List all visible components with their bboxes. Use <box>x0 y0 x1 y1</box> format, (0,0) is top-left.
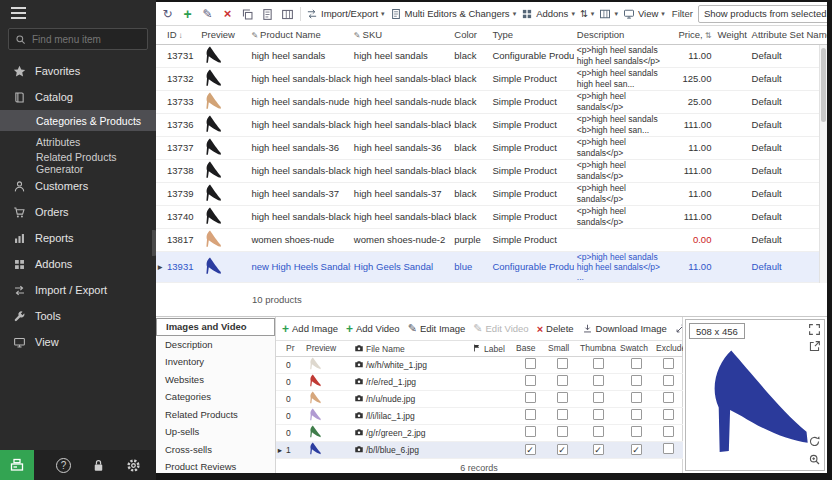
tab-related-products[interactable]: Related Products <box>156 406 275 424</box>
open-external-button[interactable] <box>808 340 821 353</box>
tab-categories[interactable]: Categories <box>156 388 275 406</box>
table-row[interactable]: 13736 high heel sandals-black-36 high he… <box>156 113 827 136</box>
columns-button[interactable] <box>280 6 295 20</box>
small-checkbox[interactable] <box>557 375 568 386</box>
table-row[interactable]: 13740 high heel sandals-black-38 high he… <box>156 205 827 228</box>
import-export-dropdown[interactable]: Import/Export ▾ <box>306 8 385 20</box>
list-item[interactable]: 0 /n/u/nude.jpg <box>276 390 683 407</box>
swatch-checkbox[interactable]: ✓ <box>631 444 642 455</box>
table-row[interactable]: 13737 high heel sandals-36 high heel san… <box>156 136 827 159</box>
exclude-checkbox[interactable] <box>663 358 674 369</box>
list-item[interactable]: 0 /r/e/red_1.jpg <box>276 373 683 390</box>
table-row[interactable]: 13731 high heel sandals high heel sandal… <box>156 44 827 67</box>
download-image-button[interactable]: Download Image <box>582 323 667 334</box>
sidebar-item-orders[interactable]: Orders <box>0 199 156 225</box>
column-header-exclude[interactable]: Exclude <box>654 341 683 356</box>
table-row[interactable]: 13739 high heel sandals-37 high heel san… <box>156 182 827 205</box>
thumbnail-checkbox[interactable] <box>593 358 604 369</box>
view-dropdown[interactable]: View ▾ <box>623 8 665 20</box>
addons-dropdown[interactable]: Addons ▾ <box>521 8 575 20</box>
column-header-preview[interactable]: Preview <box>198 26 248 44</box>
tab-websites[interactable]: Websites <box>156 371 275 389</box>
small-checkbox[interactable] <box>557 358 568 369</box>
base-checkbox[interactable]: ✓ <box>525 444 536 455</box>
set-resize-rule-button[interactable]: Set Resize Rule <box>675 323 682 334</box>
tab-up-sells[interactable]: Up-sells <box>156 423 275 441</box>
sidebar-search[interactable] <box>8 28 148 50</box>
table-row-selected[interactable]: ▸ 13931 new High Heels Sandals High Geel… <box>156 251 827 283</box>
column-header-sku[interactable]: ✎SKU <box>351 26 451 44</box>
copy-button[interactable] <box>240 6 255 20</box>
search-input[interactable] <box>32 34 141 45</box>
swatch-checkbox[interactable] <box>631 358 642 369</box>
sidebar-item-favorites[interactable]: Favorites <box>0 58 156 84</box>
paste-button[interactable] <box>260 6 275 20</box>
column-header-color[interactable]: Color <box>451 26 489 44</box>
list-item-selected[interactable]: ▸ 1 /b/l/blue_6.jpg ✓ ✓ ✓ ✓ <box>276 441 683 458</box>
thumbnail-checkbox[interactable] <box>593 392 604 403</box>
column-header-price[interactable]: Price,⇅ <box>672 26 714 44</box>
small-checkbox[interactable] <box>557 426 568 437</box>
table-row[interactable]: 13732 high heel sandals-black high heel … <box>156 67 827 90</box>
swatch-checkbox[interactable] <box>631 392 642 403</box>
zoom-button[interactable] <box>808 453 821 466</box>
grid-options-dropdown[interactable]: ▾ <box>599 8 618 20</box>
sidebar-item-categories-products[interactable]: Categories & Products <box>0 110 156 131</box>
small-checkbox[interactable] <box>557 409 568 420</box>
column-header-small[interactable]: Small <box>546 341 578 356</box>
sidebar-item-addons[interactable]: Addons <box>0 251 156 277</box>
sidebar-item-catalog[interactable]: Catalog <box>0 84 156 110</box>
scrollbar-thumb[interactable] <box>821 48 826 122</box>
table-row[interactable]: 13817 women shoes-nude women shoes-nude-… <box>156 228 827 251</box>
tab-product-reviews[interactable]: Product Reviews <box>156 458 275 476</box>
column-header-swatch[interactable]: Swatch <box>618 341 654 356</box>
edit-product-button[interactable]: ✎ <box>200 7 215 21</box>
add-video-button[interactable]: +Add Video <box>346 322 400 336</box>
add-product-button[interactable]: + <box>180 7 195 21</box>
thumbnail-checkbox[interactable]: ✓ <box>593 444 604 455</box>
swatch-checkbox[interactable] <box>631 426 642 437</box>
column-header-label[interactable]: Label <box>470 341 514 356</box>
base-checkbox[interactable] <box>525 392 536 403</box>
refresh-button[interactable]: ↻ <box>160 7 175 21</box>
swatch-checkbox[interactable] <box>631 409 642 420</box>
hamburger-menu-icon[interactable] <box>11 7 26 19</box>
list-item[interactable]: 0 /g/r/green_2.jpg <box>276 424 683 441</box>
sidebar-item-reports[interactable]: Reports <box>0 225 156 251</box>
column-header-file-name[interactable]: File Name <box>352 341 470 356</box>
help-button[interactable]: ? <box>56 458 71 473</box>
column-header-id[interactable]: ID↓ <box>164 26 198 44</box>
fullscreen-button[interactable] <box>808 323 821 336</box>
edit-image-button[interactable]: ✎Edit Image <box>408 322 466 335</box>
tab-description[interactable]: Description <box>156 336 275 354</box>
table-row[interactable]: 13738 high heel sandals-black-37 high he… <box>156 159 827 182</box>
sidebar-item-related-products-generator[interactable]: Related Products Generator <box>0 152 156 173</box>
column-header-preview[interactable]: Preview <box>304 341 352 356</box>
tab-cross-sells[interactable]: Cross-sells <box>156 441 275 459</box>
sidebar-item-attributes[interactable]: Attributes <box>0 131 156 152</box>
exclude-checkbox[interactable] <box>663 426 674 437</box>
base-checkbox[interactable] <box>525 358 536 369</box>
rotate-button[interactable] <box>808 435 821 448</box>
tab-images-and-video[interactable]: Images and Video <box>156 318 275 336</box>
thumbnail-checkbox[interactable] <box>593 409 604 420</box>
thumbnail-checkbox[interactable] <box>593 375 604 386</box>
sort-dropdown[interactable]: ⇅ ▾ <box>580 8 594 19</box>
column-header-name[interactable]: ✎Product Name <box>248 26 350 44</box>
settings-button[interactable] <box>126 458 141 473</box>
column-header-base[interactable]: Base <box>514 341 546 356</box>
multi-editors-dropdown[interactable]: Multi Editors & Changers ▾ <box>390 8 517 20</box>
base-checkbox[interactable] <box>525 375 536 386</box>
lock-button[interactable] <box>91 458 106 473</box>
exclude-checkbox[interactable] <box>663 443 674 454</box>
sidebar-item-view[interactable]: View <box>0 329 156 355</box>
sidebar-item-import-export[interactable]: Import / Export <box>0 277 156 303</box>
vertical-scrollbar[interactable] <box>819 45 827 283</box>
small-checkbox[interactable]: ✓ <box>557 444 568 455</box>
column-header-description[interactable]: Description <box>574 26 672 44</box>
base-checkbox[interactable] <box>525 426 536 437</box>
column-header-weight[interactable]: Weight <box>714 26 748 44</box>
column-header-attrset[interactable]: Attribute Set Name <box>749 26 827 44</box>
thumbnail-checkbox[interactable] <box>593 426 604 437</box>
base-checkbox[interactable] <box>525 409 536 420</box>
